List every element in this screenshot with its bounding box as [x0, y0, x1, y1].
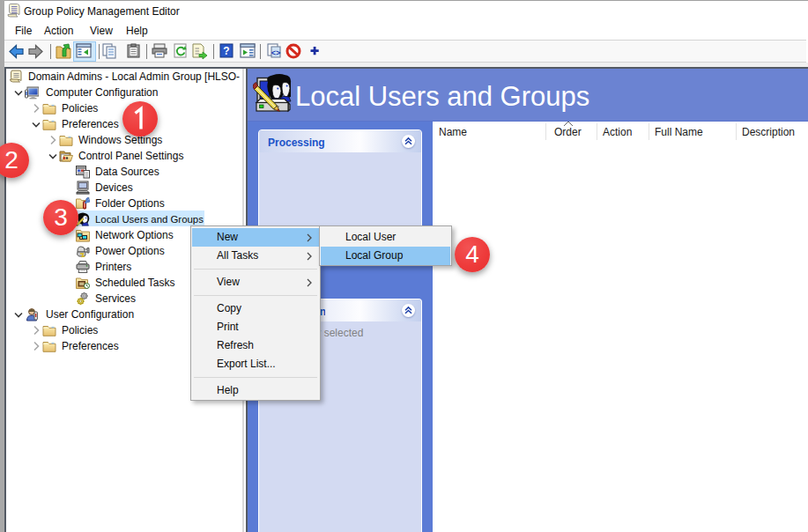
svg-text:?: ? — [223, 45, 229, 57]
svg-text:<>: <> — [271, 48, 281, 57]
